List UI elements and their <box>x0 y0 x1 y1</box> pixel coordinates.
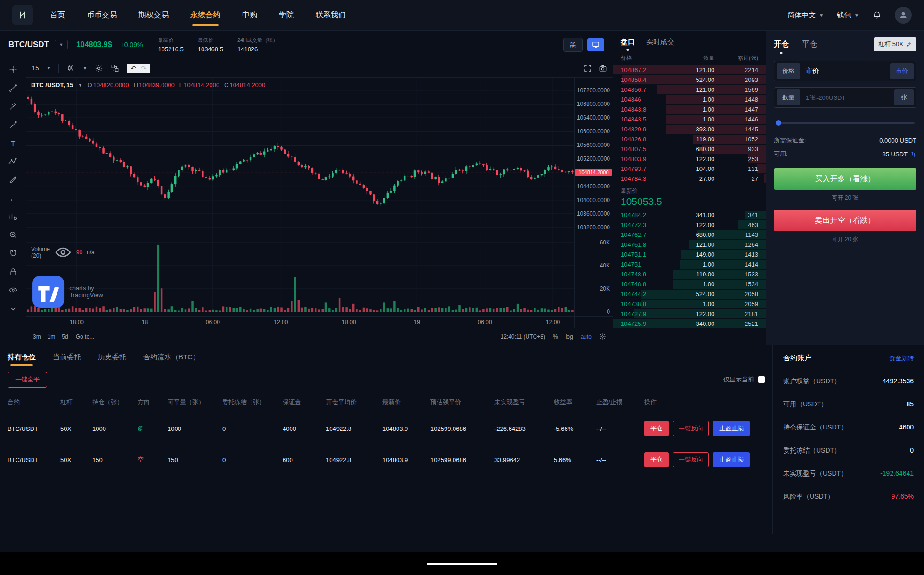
positions-tab[interactable]: 历史委托 <box>98 345 126 369</box>
sell-short-button[interactable]: 卖出开空（看跌） <box>774 210 916 231</box>
buy-long-button[interactable]: 买入开多（看涨） <box>774 168 916 190</box>
close-position-button[interactable]: 平仓 <box>644 421 669 436</box>
chart-clock[interactable]: 12:40:11 (UTC+8) <box>500 333 545 340</box>
reverse-position-button[interactable]: 一键反向 <box>673 421 709 436</box>
goto-button[interactable]: Go to... <box>76 333 94 340</box>
nav-item[interactable]: 联系我们 <box>316 0 346 30</box>
magnet-icon[interactable] <box>8 248 19 259</box>
tpsl-button[interactable]: 止盈止损 <box>713 452 750 467</box>
language-selector[interactable]: 简体中文 ▼ <box>787 11 824 20</box>
positions-tab[interactable]: 合约流水（BTC） <box>143 345 200 369</box>
redo-button[interactable]: ↷ <box>141 65 146 72</box>
bid-row[interactable]: 104748.8 1.00 1534 <box>613 279 766 289</box>
quantity-slider[interactable] <box>776 120 915 126</box>
ask-row[interactable]: 104843.8 1.00 1447 <box>613 105 766 114</box>
eye-icon[interactable] <box>54 243 72 261</box>
order-entry-tab[interactable]: 开仓 <box>774 40 789 49</box>
brush-icon[interactable] <box>8 120 19 130</box>
nav-item[interactable]: 申购 <box>242 0 257 30</box>
leverage-button[interactable]: 杠杆 50X <box>874 37 916 51</box>
ask-row[interactable]: 104846 1.00 1448 <box>613 95 766 105</box>
ask-row[interactable]: 104858.4 524.00 2093 <box>613 75 766 85</box>
wallet-menu[interactable]: 钱包 ▼ <box>837 11 859 20</box>
measure-icon[interactable] <box>8 175 19 185</box>
quantity-input[interactable] <box>800 94 894 101</box>
bid-row[interactable]: 104744.2 524.00 2058 <box>613 289 766 299</box>
slider-knob[interactable] <box>776 120 781 126</box>
order-entry-tab[interactable]: 平仓 <box>802 40 817 49</box>
xabcd-pattern-icon[interactable] <box>8 156 19 167</box>
crosshair-icon[interactable] <box>8 65 19 75</box>
bid-row[interactable]: 104738.8 1.00 2059 <box>613 299 766 309</box>
arrow-left-icon[interactable]: ← <box>8 193 19 203</box>
ask-row[interactable]: 104826.8 119.00 1052 <box>613 134 766 144</box>
nav-item[interactable]: 币币交易 <box>87 0 117 30</box>
bid-row[interactable]: 104784.2 341.00 341 <box>613 210 766 220</box>
only-current-checkbox[interactable] <box>758 376 765 383</box>
ask-row[interactable]: 104793.7 104.00 131 <box>613 164 766 174</box>
nav-item[interactable]: 期权交易 <box>138 0 169 30</box>
collapse-toolbar-icon[interactable] <box>8 303 19 314</box>
time-axis[interactable]: 18:001806:0012:0018:001906:0012:00 <box>26 316 613 328</box>
bid-row[interactable]: 104748.9 119.00 1533 <box>613 269 766 279</box>
orderbook-tab[interactable]: 实时成交 <box>646 38 674 47</box>
volume-title[interactable]: Volume (20) <box>31 246 50 259</box>
bid-row[interactable]: 104761.8 121.00 1264 <box>613 240 766 250</box>
transfer-icon[interactable] <box>910 151 916 157</box>
ask-row[interactable]: 104829.9 393.00 1445 <box>613 124 766 134</box>
home-indicator[interactable] <box>427 563 497 565</box>
pair-selector[interactable]: BTC/USDT ▼ <box>8 40 68 49</box>
chart-settings-icon[interactable] <box>599 333 606 340</box>
text-tool-icon[interactable]: T <box>8 138 19 148</box>
ask-row[interactable]: 104856.7 121.00 1569 <box>613 85 766 95</box>
interval-button[interactable]: 15 <box>32 65 39 72</box>
pitchfork-icon[interactable] <box>8 101 19 112</box>
chevron-down-icon[interactable]: ▼ <box>82 65 87 71</box>
chevron-down-icon[interactable]: ▼ <box>78 82 83 88</box>
orderbook-tab[interactable]: 盘口 <box>621 38 635 47</box>
close-all-button[interactable]: 一键全平 <box>8 372 47 388</box>
timeframe-button[interactable]: 5d <box>62 333 68 340</box>
notifications-bell-icon[interactable] <box>872 10 882 20</box>
bid-row[interactable]: 104751.1 149.00 1413 <box>613 250 766 259</box>
logo[interactable] <box>12 5 33 25</box>
ask-row[interactable]: 104843.5 1.00 1446 <box>613 114 766 124</box>
positions-tab[interactable]: 当前委托 <box>53 345 81 369</box>
interval-chevron-icon[interactable]: ▼ <box>46 65 51 71</box>
bid-row[interactable]: 104772.3 122.00 463 <box>613 220 766 230</box>
transfer-link[interactable]: 资金划转 <box>889 354 914 363</box>
tradingview-attribution[interactable]: charts by TradingView <box>31 275 103 309</box>
auto-scale-button[interactable]: auto <box>581 333 592 340</box>
bid-row[interactable]: 104725.9 340.00 2521 <box>613 319 766 329</box>
user-avatar[interactable] <box>895 7 912 24</box>
camera-snapshot-button[interactable] <box>599 64 607 73</box>
legend-symbol[interactable]: BTC /USDT, 15 <box>31 81 73 89</box>
nav-item[interactable]: 学院 <box>279 0 294 30</box>
market-price-button[interactable]: 市价 <box>890 63 914 79</box>
bid-row[interactable]: 104727.9 122.00 2181 <box>613 309 766 319</box>
undo-button[interactable]: ↶ <box>130 65 136 72</box>
compare-icon[interactable] <box>111 64 119 73</box>
nav-item[interactable]: 永续合约 <box>190 0 220 30</box>
theme-toggle-button[interactable]: 黑 <box>563 38 583 52</box>
indicator-settings-icon[interactable] <box>95 64 103 73</box>
positions-tab[interactable]: 持有仓位 <box>8 345 36 369</box>
trend-line-icon[interactable] <box>8 83 19 93</box>
percent-scale-button[interactable]: % <box>553 333 558 340</box>
timeframe-button[interactable]: 1m <box>48 333 56 340</box>
fullscreen-button[interactable] <box>584 64 592 73</box>
ask-row[interactable]: 104807.5 680.00 933 <box>613 144 766 154</box>
price-field-value[interactable]: 市价 <box>800 67 890 75</box>
ask-row[interactable]: 104803.9 122.00 253 <box>613 154 766 164</box>
close-position-button[interactable]: 平仓 <box>644 452 669 467</box>
price-axis[interactable]: 107200.0000106800.0000106400.0000106000.… <box>574 78 613 316</box>
eye-icon[interactable] <box>8 285 19 295</box>
chart-display-button[interactable] <box>587 38 604 51</box>
timeframe-button[interactable]: 3m <box>33 333 41 340</box>
candle-style-button[interactable] <box>66 64 75 73</box>
log-scale-button[interactable]: log <box>566 333 573 340</box>
zoom-icon[interactable] <box>8 230 19 240</box>
bid-row[interactable]: 104762.7 680.00 1143 <box>613 230 766 240</box>
lock-icon[interactable] <box>8 267 19 277</box>
nav-item[interactable]: 首页 <box>50 0 65 30</box>
